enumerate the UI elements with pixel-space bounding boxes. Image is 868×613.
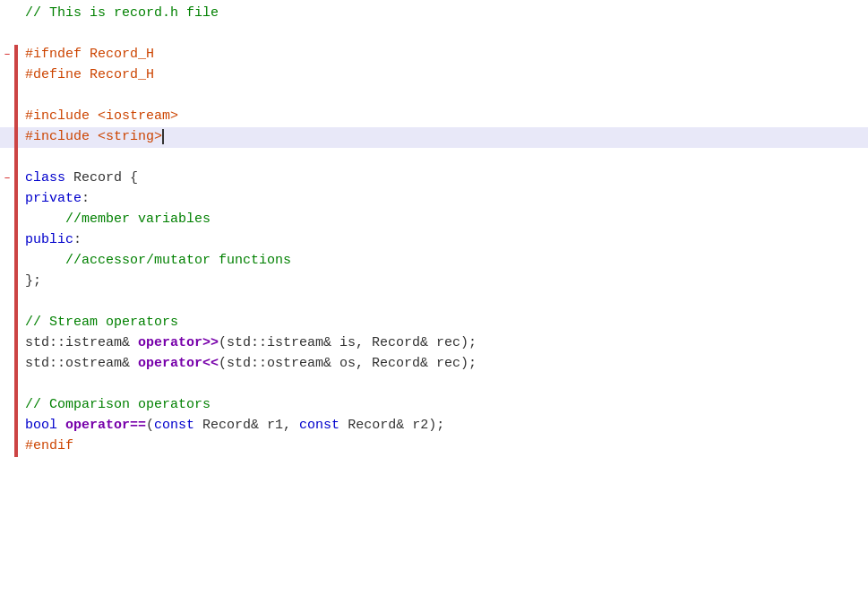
- code-line-20: // Comparison operators: [0, 395, 868, 416]
- code-content-9: class Record {: [18, 168, 868, 189]
- code-content-21: bool operator==(const Record& r1, const …: [18, 416, 868, 436]
- fold-marker-22: [0, 436, 14, 457]
- colon: :: [82, 191, 90, 206]
- ostream-params: (std::ostream& os, Record& rec);: [219, 356, 477, 371]
- code-content-13: //accessor/mutator functions: [18, 251, 868, 272]
- preprocessor-text: #ifndef Record_H: [25, 47, 154, 62]
- code-content-14: };: [18, 272, 868, 292]
- code-content-12: public:: [18, 230, 868, 251]
- fold-marker-15: [0, 292, 14, 313]
- fold-marker-8: [0, 148, 14, 168]
- fold-marker-4: [0, 65, 14, 86]
- code-line-10: private:: [0, 189, 868, 210]
- keyword-private: private: [25, 191, 82, 206]
- text-cursor: ​: [162, 129, 164, 144]
- comment-accessor: //accessor/mutator functions: [25, 253, 291, 268]
- closing-brace: };: [25, 273, 41, 289]
- code-content-1: // This is record.h file: [18, 4, 868, 24]
- fold-marker-5: [0, 86, 14, 107]
- keyword-class: class: [25, 170, 65, 186]
- istream-params: (std::istream& is, Record& rec);: [219, 335, 477, 350]
- code-content-22: #endif: [18, 436, 868, 457]
- code-line-21: bool operator==(const Record& r1, const …: [0, 416, 868, 436]
- operator-out: operator<<: [138, 356, 219, 371]
- preprocessor-text: #include <string>: [25, 129, 162, 144]
- endif-text: #endif: [25, 438, 73, 453]
- fold-marker-14: [0, 272, 14, 292]
- operator-in: operator>>: [138, 335, 219, 350]
- code-line-15: [0, 292, 868, 313]
- colon-public: :: [73, 232, 82, 247]
- fold-marker-13: [0, 251, 14, 272]
- fold-marker-6: [0, 107, 14, 127]
- record-r1: Record& r1,: [194, 418, 299, 433]
- code-line-9: − class Record {: [0, 168, 868, 189]
- comment-member: //member variables: [25, 212, 211, 227]
- code-content-15: [18, 292, 868, 313]
- code-line-7: #include <string>​: [0, 127, 868, 148]
- code-line-13: //accessor/mutator functions: [0, 251, 868, 272]
- code-content-7: #include <string>​: [18, 127, 868, 148]
- fold-marker-1: [0, 4, 14, 24]
- keyword-public: public: [25, 232, 73, 247]
- preprocessor-text: #define Record_H: [25, 67, 154, 82]
- fold-marker-16: [0, 313, 14, 333]
- comment-text: // This is record.h file: [25, 5, 219, 21]
- code-content-11: //member variables: [18, 210, 868, 230]
- operator-eq: operator==: [65, 418, 146, 433]
- fold-marker-7: [0, 127, 14, 148]
- code-content-6: #include <iostream>: [18, 107, 868, 127]
- code-line-5: [0, 86, 868, 107]
- fold-marker-19: [0, 375, 14, 395]
- ostream-type: std::ostream&: [25, 356, 138, 371]
- code-content-17: std::istream& operator>>(std::istream& i…: [18, 333, 868, 354]
- eq-params: (: [146, 418, 154, 433]
- fold-marker-21: [0, 416, 14, 436]
- space-1: [57, 418, 65, 433]
- code-content-19: [18, 375, 868, 395]
- fold-marker-17: [0, 333, 14, 354]
- code-line-12: public:: [0, 230, 868, 251]
- keyword-const1: const: [154, 418, 194, 433]
- code-line-3: − #ifndef Record_H: [0, 45, 868, 65]
- code-line-19: [0, 375, 868, 395]
- fold-marker-2: [0, 24, 14, 45]
- class-name: Record {: [65, 170, 138, 186]
- code-line-6: #include <iostream>: [0, 107, 868, 127]
- code-editor: // This is record.h file − #ifndef Recor…: [0, 0, 868, 613]
- fold-marker-11: [0, 210, 14, 230]
- code-line-16: // Stream operators: [0, 313, 868, 333]
- code-content-10: private:: [18, 189, 868, 210]
- comment-comparison: // Comparison operators: [25, 397, 211, 412]
- code-line-4: #define Record_H: [0, 65, 868, 86]
- code-content-2: [18, 24, 868, 45]
- fold-marker-18: [0, 354, 14, 375]
- code-line-8: [0, 148, 868, 168]
- code-line-18: std::ostream& operator<<(std::ostream& o…: [0, 354, 868, 375]
- code-content-4: #define Record_H: [18, 65, 868, 86]
- code-line-2: [0, 24, 868, 45]
- code-content-18: std::ostream& operator<<(std::ostream& o…: [18, 354, 868, 375]
- keyword-bool: bool: [25, 418, 57, 433]
- code-line-1: // This is record.h file: [0, 4, 868, 24]
- keyword-const2: const: [299, 418, 339, 433]
- code-line-17: std::istream& operator>>(std::istream& i…: [0, 333, 868, 354]
- fold-marker-9[interactable]: −: [0, 168, 14, 189]
- fold-marker-12: [0, 230, 14, 251]
- fold-marker-20: [0, 395, 14, 416]
- code-content-16: // Stream operators: [18, 313, 868, 333]
- comment-stream: // Stream operators: [25, 315, 178, 330]
- istream-type: std::istream&: [25, 335, 138, 350]
- code-content-20: // Comparison operators: [18, 395, 868, 416]
- record-r2: Record& r2);: [339, 418, 444, 433]
- preprocessor-text: #include <iostream>: [25, 108, 178, 124]
- code-line-14: };: [0, 272, 868, 292]
- code-content-5: [18, 86, 868, 107]
- code-content-3: #ifndef Record_H: [18, 45, 868, 65]
- fold-marker-3[interactable]: −: [0, 45, 14, 65]
- code-line-11: //member variables: [0, 210, 868, 230]
- code-line-22: #endif: [0, 436, 868, 457]
- fold-marker-10: [0, 189, 14, 210]
- code-content-8: [18, 148, 868, 168]
